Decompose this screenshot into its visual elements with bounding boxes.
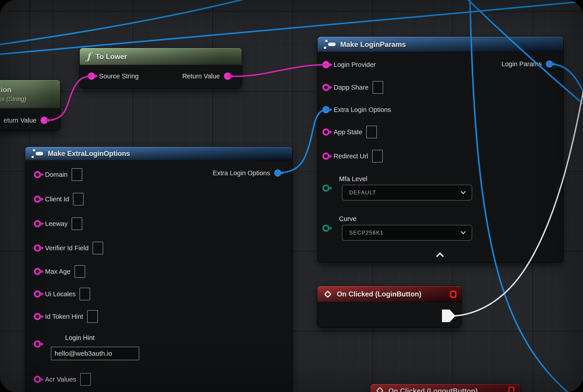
wire-blue-top-steep[interactable] (0, 0, 244, 44)
pin-label: Redirect Url (334, 152, 368, 160)
value-box-acr-values[interactable] (80, 373, 91, 386)
node-to-lower-header[interactable]: ƒ To Lower (80, 48, 242, 65)
input-pin-id-token-hint[interactable] (34, 313, 41, 320)
value-box-client-id[interactable] (73, 193, 84, 206)
mfa-level-label: Mfa Level (339, 175, 368, 183)
pin-label: Extra Login Options (334, 106, 391, 114)
value-box-max-age[interactable] (74, 265, 85, 278)
pin-row-ui-locales: Ui Locales (34, 289, 90, 299)
pin-row-login-provider: Login Provider (322, 60, 376, 70)
pin-row-app-state: App State (322, 127, 377, 137)
pin-label: Source String (99, 72, 139, 80)
input-pin-acr-values[interactable] (34, 376, 41, 383)
make-struct-icon (324, 40, 336, 49)
output-pin-return-value[interactable] (224, 72, 231, 80)
pin-row-leeway: Leeway (34, 219, 82, 229)
event-diamond-icon (324, 290, 332, 298)
node-to-lower-title: To Lower (96, 52, 127, 61)
node-callback-header[interactable]: tion ox (String) (0, 80, 60, 108)
input-pin-leeway[interactable] (34, 220, 41, 227)
collapse-node-chevron-icon[interactable] (436, 252, 444, 260)
input-pin-domain[interactable] (34, 171, 41, 178)
curve-dropdown[interactable]: SECP256K1 (342, 225, 472, 240)
pin-label: Domain (45, 171, 68, 178)
node-make-extra-login-options[interactable]: Make ExtraLoginOptions Extra Login Optio… (25, 147, 292, 392)
node-login-params-header[interactable]: Make LoginParams (318, 37, 563, 52)
pin-row-extra-login-options-in: Extra Login Options (322, 105, 391, 115)
node-on-clicked-login-header[interactable]: On Clicked (LoginButton) (318, 286, 461, 302)
input-pin-login-hint[interactable] (34, 340, 41, 348)
pin-row-acr-values: Acr Values (34, 374, 91, 384)
delegate-pin-icon[interactable] (450, 290, 456, 298)
input-pin-verifier-id-field[interactable] (34, 244, 41, 252)
node-on-clicked-logout-button[interactable]: On Clicked (LogoutButton) (370, 384, 520, 392)
curve-value: SECP256K1 (349, 230, 384, 236)
input-pin-extra-login-options[interactable] (322, 106, 330, 113)
node-on-clicked-login-button[interactable]: On Clicked (LoginButton) (318, 286, 461, 327)
value-box-ui-locales[interactable] (80, 288, 90, 300)
input-pin-redirect-url[interactable] (322, 152, 330, 160)
input-pin-max-age[interactable] (34, 268, 41, 275)
input-pin-source-string[interactable] (88, 72, 95, 80)
output-pin-extra-login-options[interactable] (274, 170, 281, 177)
node-callback-partial[interactable]: tion ox (String) eturn Value (0, 80, 60, 130)
wire-pink-return-to-provider[interactable] (228, 65, 327, 76)
pin-label: Ui Locales (45, 290, 76, 298)
pin-row-dapp-share: Dapp Share (322, 82, 383, 92)
chevron-down-icon (461, 189, 466, 194)
value-box-app-state[interactable] (366, 126, 377, 138)
pin-row-max-age: Max Age (34, 266, 85, 276)
input-pin-dapp-share[interactable] (322, 84, 330, 91)
value-box-redirect-url[interactable] (372, 150, 383, 162)
pin-row-id-token-hint: Id Token Hint (34, 312, 98, 322)
pin-row-extra-login-options-out: Extra Login Options (213, 168, 281, 178)
value-box-id-token-hint[interactable] (87, 310, 98, 323)
pin-row-verifier-id-field: Verifier Id Field (34, 243, 103, 253)
node-on-clicked-logout-title: On Clicked (LogoutButton) (388, 387, 478, 392)
pin-row-domain: Domain (34, 170, 82, 180)
input-pin-ui-locales[interactable] (34, 290, 41, 298)
pin-label: Client Id (45, 196, 69, 203)
blueprint-graph-canvas[interactable]: tion ox (String) eturn Value ƒ To Lower … (0, 0, 583, 392)
node-callback-title: tion (0, 86, 12, 94)
node-on-clicked-login-title: On Clicked (LoginButton) (337, 290, 421, 298)
make-struct-icon (31, 149, 44, 158)
node-extra-login-options-header[interactable]: Make ExtraLoginOptions (25, 147, 292, 160)
output-pin-login-params[interactable] (546, 60, 553, 68)
pin-row-client-id: Client Id (34, 194, 84, 204)
pin-label: Return Value (182, 72, 220, 80)
mfa-level-value: DEFAULT (349, 190, 376, 196)
output-pin-string[interactable] (40, 117, 48, 124)
curve-label: Curve (339, 215, 356, 222)
pin-row-return-value: Return Value (182, 71, 231, 81)
input-pin-login-provider[interactable] (322, 61, 330, 68)
login-hint-label: Login Hint (65, 334, 94, 342)
pin-row-source-string: Source String (88, 71, 139, 81)
node-to-lower[interactable]: ƒ To Lower Source String Return Value (80, 48, 242, 88)
node-make-login-params[interactable]: Make LoginParams Login Provider Login Pa… (318, 37, 563, 262)
node-on-clicked-logout-header[interactable]: On Clicked (LogoutButton) (370, 384, 520, 392)
pin-label: Extra Login Options (213, 170, 270, 177)
input-pin-mfa-level[interactable] (322, 184, 330, 192)
pin-label: Verifier Id Field (45, 244, 88, 252)
node-extra-login-options-title: Make ExtraLoginOptions (48, 150, 130, 158)
pure-function-icon: ƒ (86, 52, 90, 61)
input-pin-app-state[interactable] (322, 128, 330, 136)
value-box-domain[interactable] (72, 168, 82, 181)
value-box-dapp-share[interactable] (372, 81, 383, 94)
input-pin-curve[interactable] (322, 224, 330, 232)
input-pin-client-id[interactable] (34, 196, 41, 203)
pin-label: Login Params (502, 60, 542, 68)
pin-label: Max Age (45, 268, 70, 275)
value-box-leeway[interactable] (72, 218, 82, 230)
pin-row-return-value-left: eturn Value (4, 115, 48, 125)
node-login-params-title: Make LoginParams (340, 40, 406, 49)
event-diamond-icon (376, 387, 384, 392)
delegate-pin-icon[interactable] (508, 386, 514, 392)
login-hint-input[interactable] (51, 347, 139, 360)
pin-label: Id Token Hint (45, 313, 83, 320)
pin-label: App State (334, 128, 362, 136)
pin-label: Dapp Share (334, 84, 368, 91)
mfa-level-dropdown[interactable]: DEFAULT (342, 185, 472, 200)
value-box-verifier-id-field[interactable] (92, 242, 103, 254)
